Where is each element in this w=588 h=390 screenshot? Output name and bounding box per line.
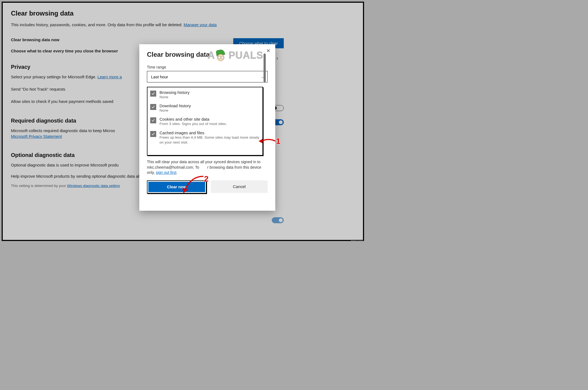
checkbox-checked-icon[interactable]	[150, 131, 156, 137]
chevron-down-icon: ⌵	[261, 75, 264, 79]
checkbox-checked-icon[interactable]	[150, 104, 156, 110]
time-range-select[interactable]: Last hour ⌵	[147, 71, 268, 82]
choose-every-close-label: Choose what to clear every time you clos…	[11, 48, 118, 54]
sync-note: This will clear your data across all you…	[147, 159, 268, 175]
item-title: Cookies and other site data	[159, 117, 227, 121]
cancel-button[interactable]: Cancel	[211, 180, 268, 193]
item-browsing-history[interactable]: Browsing history None	[150, 90, 260, 100]
time-range-value: Last hour	[151, 75, 168, 79]
item-title: Cached images and files	[159, 130, 260, 135]
item-sub: Frees up less than 4.4 MB. Some sites ma…	[159, 135, 260, 145]
clear-browsing-desc: This includes history, passwords, cookie…	[11, 22, 355, 28]
data-types-list: Browsing history None Download history N…	[147, 87, 263, 156]
close-icon[interactable]: ✕	[264, 47, 272, 55]
manage-your-data-link[interactable]: Manage your data	[184, 22, 217, 27]
dialog-title: Clear browsing data	[147, 51, 268, 58]
clear-now-highlight: Clear now	[147, 180, 206, 193]
item-title: Download history	[159, 103, 191, 108]
page-frame: Clear browsing data This includes histor…	[2, 2, 364, 241]
time-range-label: Time range	[147, 65, 268, 69]
item-download-history[interactable]: Download history None	[150, 103, 260, 113]
item-cookies[interactable]: Cookies and other site data From 3 sites…	[150, 117, 260, 126]
ms-privacy-statement-link[interactable]: Microsoft Privacy Statement	[11, 134, 62, 139]
help-improve-toggle[interactable]	[272, 217, 284, 223]
item-cached[interactable]: Cached images and files Frees up less th…	[150, 130, 260, 145]
source-credit: wsxn.com	[351, 239, 363, 242]
list-scrollbar-thumb[interactable]	[264, 53, 266, 82]
item-sub: None	[159, 108, 191, 113]
checkbox-checked-icon[interactable]	[150, 91, 156, 97]
sign-out-first-link[interactable]: sign out first	[156, 170, 176, 175]
privacy-learn-more-link[interactable]: Learn more a	[97, 75, 122, 79]
dialog-button-row: Clear now Cancel	[147, 180, 268, 193]
clear-now-label: Clear browsing data now	[11, 37, 60, 43]
dnt-label: Send "Do Not Track" requests	[11, 86, 65, 92]
item-sub: From 3 sites. Signs you out of most site…	[159, 121, 227, 126]
payment-label: Allow sites to check if you have payment…	[11, 99, 113, 104]
checkbox-checked-icon[interactable]	[150, 117, 156, 123]
row-clear-now: Clear browsing data now	[11, 37, 355, 43]
clear-browsing-dialog: ✕ Clear browsing data Time range Last ho…	[139, 44, 275, 211]
item-sub: None	[159, 95, 190, 100]
windows-diag-setting-link[interactable]: Windows diagnostic data setting	[67, 184, 120, 188]
section-title-clear-browsing: Clear browsing data	[11, 9, 355, 18]
item-title: Browsing history	[159, 90, 190, 95]
clear-now-button[interactable]: Clear now	[148, 182, 205, 192]
